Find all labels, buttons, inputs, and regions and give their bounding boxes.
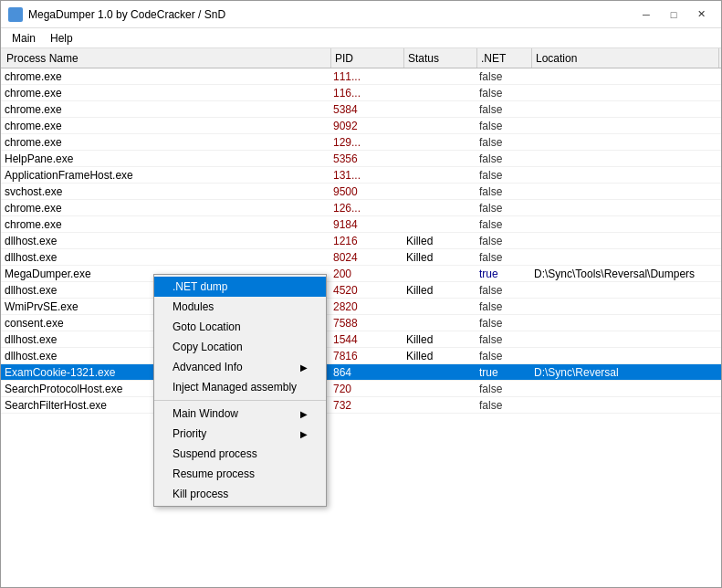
ctx-item-label: Modules xyxy=(173,300,214,313)
cell-pid: 8024 xyxy=(330,251,403,264)
table-row[interactable]: chrome.exe 111... false xyxy=(1,68,721,85)
cell-pid: 9184 xyxy=(330,218,403,231)
table-row[interactable]: dllhost.exe 1216 Killed false xyxy=(1,233,721,249)
table-row[interactable]: chrome.exe 126... false xyxy=(1,200,721,216)
cell-status: Killed xyxy=(403,251,476,264)
context-menu-item-5[interactable]: Inject Managed assembly xyxy=(154,377,326,397)
cell-pid: 4520 xyxy=(330,284,403,297)
cell-name: chrome.exe xyxy=(1,202,330,215)
cell-pid: 126... xyxy=(330,202,403,215)
table-row[interactable]: WmiPrvSE.exe 2820 false xyxy=(1,299,721,315)
cell-net: false xyxy=(476,152,530,165)
col-location: Location xyxy=(532,48,719,68)
cell-net: false xyxy=(476,185,530,198)
table-row[interactable]: chrome.exe 5384 false xyxy=(1,101,721,118)
context-menu-item-4[interactable]: Advanced Info▶ xyxy=(154,357,326,377)
table-row[interactable]: MegaDumper.exe 200 true D:\Sync\Tools\Re… xyxy=(1,266,721,282)
cell-net: false xyxy=(476,383,530,395)
context-menu-item-2[interactable]: Goto Location xyxy=(154,317,326,337)
cell-net: false xyxy=(476,399,530,412)
table-row[interactable]: chrome.exe 9184 false xyxy=(1,216,721,233)
col-process-name: Process Name xyxy=(3,48,331,68)
cell-pid: 111... xyxy=(330,70,403,83)
submenu-arrow-icon: ▶ xyxy=(300,362,308,373)
cell-net: false xyxy=(476,333,530,346)
cell-net: false xyxy=(476,120,530,132)
ctx-item-label: Advanced Info xyxy=(173,361,243,373)
cell-net: false xyxy=(476,317,530,330)
cell-pid: 1544 xyxy=(330,333,403,346)
cell-status: Killed xyxy=(403,284,476,297)
cell-net: false xyxy=(476,218,530,231)
cell-pid: 5384 xyxy=(330,103,403,116)
cell-pid: 7588 xyxy=(330,317,403,330)
table-row[interactable]: consent.exe 7588 false xyxy=(1,315,721,331)
table-row[interactable]: chrome.exe 116... false xyxy=(1,85,721,101)
table-row[interactable]: SearchFilterHost.exe 732 false xyxy=(1,397,721,414)
cell-pid: 2820 xyxy=(330,300,403,313)
table-row[interactable]: dllhost.exe 8024 Killed false xyxy=(1,249,721,266)
submenu-arrow-icon: ▶ xyxy=(300,409,308,419)
context-menu-item-1[interactable]: Modules xyxy=(154,297,326,317)
menu-main[interactable]: Main xyxy=(5,30,43,47)
cell-name: chrome.exe xyxy=(1,136,330,149)
cell-net: false xyxy=(476,284,530,297)
cell-net: false xyxy=(476,251,530,264)
cell-location: D:\Sync\Reversal xyxy=(530,366,721,379)
col-pid: PID xyxy=(331,48,404,68)
window-title: MegaDumper 1.0 by CodeCracker / SnD xyxy=(28,8,633,21)
context-menu-item-8[interactable]: Suspend process xyxy=(154,444,326,464)
context-menu-item-6[interactable]: Main Window▶ xyxy=(154,404,326,424)
context-menu-item-7[interactable]: Priority▶ xyxy=(154,424,326,444)
table-row[interactable]: dllhost.exe 7816 Killed false xyxy=(1,348,721,364)
table-row[interactable]: dllhost.exe 4520 Killed false xyxy=(1,282,721,299)
ctx-item-label: Inject Managed assembly xyxy=(173,381,297,394)
context-menu-item-3[interactable]: Copy Location xyxy=(154,337,326,357)
maximize-button[interactable]: □ xyxy=(661,5,686,24)
cell-name: chrome.exe xyxy=(1,87,330,100)
ctx-item-label: Copy Location xyxy=(173,341,243,353)
table-row[interactable]: ApplicationFrameHost.exe 131... false xyxy=(1,167,721,184)
cell-net: false xyxy=(476,70,530,83)
ctx-item-label: .NET dump xyxy=(173,280,227,293)
cell-name: dllhost.exe xyxy=(1,251,330,264)
context-menu-item-10[interactable]: Kill process xyxy=(154,484,326,504)
context-menu-item-0[interactable]: .NET dump xyxy=(154,277,326,297)
cell-name: chrome.exe xyxy=(1,218,330,231)
menu-help[interactable]: Help xyxy=(43,30,80,47)
table-row[interactable]: chrome.exe 9092 false xyxy=(1,118,721,134)
submenu-arrow-icon: ▶ xyxy=(300,429,308,439)
context-menu-item-9[interactable]: Resume process xyxy=(154,464,326,484)
context-menu: .NET dumpModulesGoto LocationCopy Locati… xyxy=(153,274,327,507)
close-button[interactable]: ✕ xyxy=(688,5,714,24)
cell-net: false xyxy=(476,87,530,100)
cell-name: HelpPane.exe xyxy=(1,152,330,165)
cell-net: false xyxy=(476,300,530,313)
cell-pid: 9500 xyxy=(330,185,403,198)
cell-status: Killed xyxy=(403,235,476,247)
cell-net: false xyxy=(476,136,530,149)
table-header: Process Name PID Status .NET Location xyxy=(1,48,721,68)
title-bar: MegaDumper 1.0 by CodeCracker / SnD ─ □ … xyxy=(1,1,721,28)
table-row[interactable]: svchost.exe 9500 false xyxy=(1,184,721,200)
ctx-item-label: Main Window xyxy=(173,407,238,420)
table-body: chrome.exe 111... false chrome.exe 116..… xyxy=(1,68,721,587)
table-row[interactable]: HelpPane.exe 5356 false xyxy=(1,151,721,167)
app-icon xyxy=(8,7,23,22)
table-row[interactable]: dllhost.exe 1544 Killed false xyxy=(1,331,721,348)
minimize-button[interactable]: ─ xyxy=(633,5,659,24)
cell-pid: 131... xyxy=(330,169,403,182)
cell-name: chrome.exe xyxy=(1,70,330,83)
cell-pid: 5356 xyxy=(330,152,403,165)
ctx-item-label: Kill process xyxy=(173,488,228,500)
cell-pid: 7816 xyxy=(330,350,403,362)
menu-bar: Main Help xyxy=(1,28,721,48)
cell-location: D:\Sync\Tools\Reversal\Dumpers xyxy=(530,268,721,280)
main-window: MegaDumper 1.0 by CodeCracker / SnD ─ □ … xyxy=(0,0,722,588)
col-net: .NET xyxy=(477,48,532,68)
cell-pid: 1216 xyxy=(330,235,403,247)
cell-pid: 864 xyxy=(330,366,403,379)
table-row[interactable]: ExamCookie-1321.exe 864 true D:\Sync\Rev… xyxy=(1,364,721,381)
table-row[interactable]: SearchProtocolHost.exe 720 false xyxy=(1,381,721,397)
table-row[interactable]: chrome.exe 129... false xyxy=(1,134,721,151)
